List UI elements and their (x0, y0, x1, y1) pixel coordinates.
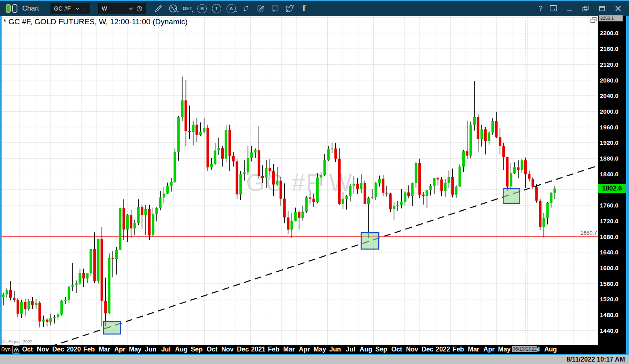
x-axis-month-label: Dec (237, 346, 249, 353)
x-axis-month-label: Feb (453, 346, 464, 353)
x-axis-month-label: Aug (175, 346, 188, 353)
price-tick-label: 1880.0 (600, 155, 618, 162)
x-axis-month-label: Aug (544, 346, 557, 353)
symbol-menu-icon[interactable]: ≡ (83, 5, 87, 12)
x-axis-month-label: Mar (99, 346, 110, 353)
chevron-down-icon (75, 7, 80, 10)
price-tick-label: 1520.0 (600, 296, 618, 303)
toolbar: Chart GC #F ≡ W ▾ GET▾ B T A▾ (0, 1, 629, 16)
price-tick-label: 2200.0 (600, 30, 618, 36)
chart-title: * GC #F, GOLD FUTURES, W, 12:00-11:00 (D… (3, 17, 188, 26)
maximize-icon[interactable] (597, 4, 607, 13)
help-button[interactable]: ? (538, 4, 542, 13)
x-axis-month-label: Feb (268, 346, 279, 353)
x-axis-month-label: Sep (191, 346, 203, 353)
candlestick-series (2, 76, 556, 327)
x-axis-month-label: Apr (299, 346, 310, 353)
price-tick-label: 1720.0 (600, 218, 618, 224)
window-title: Chart (22, 4, 39, 13)
last-price-badge: 1802.6 (598, 184, 626, 193)
price-tick-label: 1840.0 (600, 171, 618, 178)
chart-region: GC #F W1680.7 * GC #F, GOLD FUTURES, W, … (0, 16, 629, 345)
x-axis-month-label: Jun (145, 346, 156, 353)
chart-watermark: GC #F W (246, 169, 353, 196)
price-tick-label: 1480.0 (600, 311, 618, 318)
symbol-select-value: GC #F (54, 5, 72, 12)
x-axis-month-label: Nov (221, 346, 233, 353)
get-icon[interactable]: GET▾ (182, 3, 193, 14)
minimize-icon[interactable] (564, 4, 575, 13)
event-date-badge: 06/13/2022 (512, 346, 537, 352)
x-axis-month-label: Apr (483, 346, 495, 353)
studies-icon[interactable]: ▾ (168, 3, 178, 14)
bid-icon[interactable]: B (197, 3, 208, 14)
x-axis-month-label: Mar (468, 346, 479, 353)
price-tick-label: 1440.0 (600, 327, 618, 334)
interval-select[interactable]: W (98, 3, 146, 14)
x-axis-month-label: Sep (375, 346, 387, 353)
date-axis[interactable]: Dyn OctNovDec2020FebMarAprMayJunJulAugSe… (0, 345, 626, 354)
trade-icon[interactable]: T (212, 3, 222, 14)
symbol-select[interactable]: GC #F ≡ (51, 3, 90, 14)
highlight-box (104, 322, 121, 334)
x-axis-month-label: May (129, 346, 142, 353)
x-axis-month-label: Apr (114, 346, 125, 353)
price-axis[interactable]: 2240.02200.02160.02120.02080.02040.02000… (598, 16, 626, 345)
x-axis-month-label: Jul (161, 346, 171, 353)
price-tick-label: 1920.0 (600, 139, 618, 146)
hline-price-label: 1680.7 (580, 230, 597, 236)
x-axis-month-label: Oct (22, 346, 33, 353)
twitter-icon[interactable] (284, 3, 295, 14)
x-axis-month-label: Mar (283, 346, 294, 353)
highlight-box (503, 188, 520, 203)
draw-pencil-icon[interactable] (153, 3, 164, 14)
window-right-border (626, 16, 629, 354)
status-bar: 8/11/2022 10:17 AM (0, 355, 629, 364)
x-axis-month-label: May (313, 346, 326, 353)
price-tick-label: 2040.0 (600, 92, 618, 99)
chart-plot-area[interactable]: GC #F W1680.7 (0, 16, 598, 345)
chevron-down-icon (129, 7, 133, 10)
lock-icon[interactable] (12, 345, 20, 354)
x-axis-month-label: Jul (346, 346, 355, 353)
x-axis-month-label: Oct (391, 346, 402, 353)
x-axis-month-label: Aug (360, 346, 372, 353)
facebook-icon[interactable]: f (299, 3, 309, 14)
x-axis-month-label: 2020 (66, 346, 81, 353)
export-window-icon[interactable] (548, 4, 559, 13)
restore-icon[interactable] (580, 4, 591, 13)
price-tick-label: 2160.0 (600, 45, 618, 52)
interval-history-icon[interactable] (136, 6, 142, 12)
price-tick-label: 1680.0 (600, 233, 618, 240)
notes-icon[interactable] (255, 3, 266, 14)
x-axis-month-label: Dec (52, 346, 64, 353)
toolbar-buttons: ▾ GET▾ B T A▾ f (153, 3, 309, 14)
clock-timestamp: 8/11/2022 10:17 AM (567, 356, 625, 363)
esignal-logo-icon (6, 4, 17, 13)
price-tick-label: 2080.0 (600, 77, 618, 84)
alerts-icon[interactable]: A▾ (226, 3, 237, 14)
upper-price-badge: 2250.1 (599, 15, 623, 21)
x-axis-month-label: Nov (37, 346, 49, 353)
x-axis-month-label: Dec (421, 346, 433, 353)
interval-select-value: W (102, 5, 125, 12)
x-axis-month-label: Feb (83, 346, 95, 353)
price-tick-label: 1960.0 (600, 124, 618, 131)
chat-icon[interactable] (270, 3, 280, 14)
window-left-border (0, 16, 2, 354)
window-controls: ? (538, 4, 623, 13)
x-axis-month-label: Oct (207, 346, 218, 353)
price-tick-label: 1640.0 (600, 249, 618, 256)
price-tick-label: 1600.0 (600, 265, 618, 271)
dynamic-mode-toggle[interactable]: Dyn (1, 346, 11, 352)
price-tick-label: 1560.0 (600, 280, 618, 287)
x-axis-month-label: 2021 (251, 346, 266, 353)
popout-chart-icon[interactable] (590, 17, 597, 23)
updown-arrows-icon[interactable] (241, 3, 251, 14)
price-tick-label: 1760.0 (600, 202, 618, 209)
x-axis-month-label: Jun (329, 346, 341, 353)
close-icon[interactable] (613, 4, 623, 13)
x-axis-month-label: May (498, 346, 510, 353)
x-axis-month-label: 2022 (436, 346, 450, 353)
price-tick-label: 2000.0 (600, 108, 618, 115)
